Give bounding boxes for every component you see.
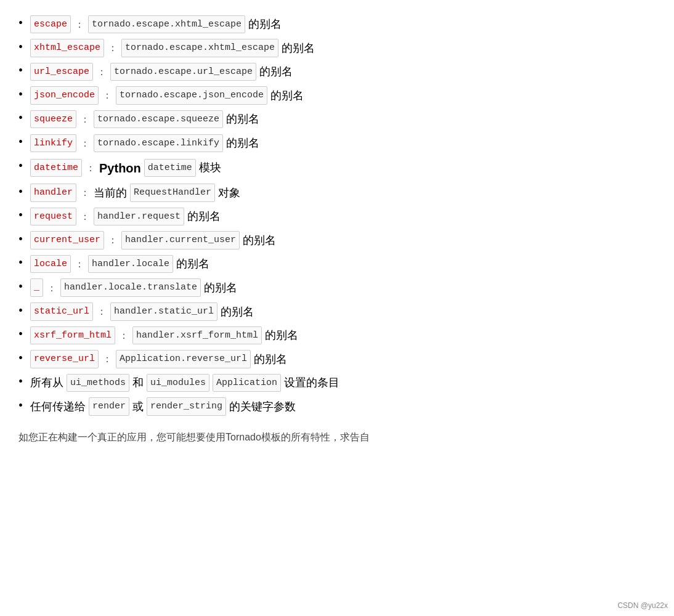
bullet: • <box>18 63 23 78</box>
list-item: • json_encode ： tornado.escape.json_enco… <box>18 84 656 108</box>
text-python: Python <box>99 158 141 179</box>
suffix-text: 的别名 <box>254 350 287 369</box>
bullet: • <box>18 208 23 222</box>
suffix-text: 的别名 <box>176 254 209 274</box>
text-keyword-args: 的关键字参数 <box>229 397 296 416</box>
list-item: • url_escape ： tornado.escape.url_escape… <box>18 60 656 84</box>
code-render-string: render_string <box>147 397 226 416</box>
suffix-text: 的别名 <box>282 39 315 58</box>
code-tornado-linkify: tornado.escape.linkify <box>94 134 223 153</box>
code-escape: escape <box>30 15 71 34</box>
text-current: 当前的 <box>94 184 127 203</box>
bullet: • <box>18 135 23 149</box>
code-request-handler: RequestHandler <box>130 184 215 202</box>
code-tornado-xhtml: tornado.escape.xhtml_escape <box>121 39 278 57</box>
list-item: • _ ： handler.locale.translate 的别名 <box>18 276 656 300</box>
code-handler-locale: handler.locale <box>88 255 173 274</box>
main-list: • escape ： tornado.escape.xhtml_escape 的… <box>18 12 656 419</box>
colon: ： <box>47 280 57 296</box>
suffix-text: 模块 <box>199 158 221 177</box>
colon: ： <box>75 256 84 272</box>
bullet: • <box>18 399 23 413</box>
bullet: • <box>18 280 23 294</box>
colon: ： <box>80 208 90 225</box>
code-handler: handler <box>30 184 76 202</box>
list-item-ui-methods: • 所有从 ui_methods 和 ui_modules Applicatio… <box>18 371 656 395</box>
list-item: • xsrf_form_html ： handler.xsrf_form_htm… <box>18 323 656 347</box>
suffix-text: 对象 <box>218 184 240 203</box>
code-ui-modules: ui_modules <box>147 374 209 392</box>
list-item: • static_url ： handler.static_url 的别名 <box>18 300 656 324</box>
code-handler-request: handler.request <box>94 208 184 226</box>
bullet: • <box>18 185 23 199</box>
bullet: • <box>18 16 23 30</box>
colon: ： <box>102 351 112 367</box>
colon: ： <box>75 16 84 33</box>
suffix-text: 的别名 <box>270 86 304 105</box>
list-item: • datetime ： Python datetime 模块 <box>18 155 656 181</box>
code-tornado-squeeze: tornado.escape.squeeze <box>94 110 223 129</box>
list-item: • handler ： 当前的 RequestHandler 对象 <box>18 181 656 205</box>
text-or: 或 <box>132 397 144 416</box>
colon: ： <box>80 111 90 128</box>
bullet: • <box>18 327 23 341</box>
list-item: • reverse_url ： Application.reverse_url … <box>18 347 656 371</box>
bullet: • <box>18 87 23 102</box>
code-request: request <box>30 208 76 226</box>
code-datetime-module: datetime <box>144 159 196 177</box>
bullet: • <box>18 111 23 125</box>
suffix-text: 的别名 <box>226 134 259 153</box>
suffix-text: 的别名 <box>259 62 293 81</box>
suffix-text: 的别名 <box>221 302 254 322</box>
watermark: CSDN @yu22x <box>617 601 668 610</box>
code-url-escape: url_escape <box>30 63 93 81</box>
code-tornado-url: tornado.escape.url_escape <box>110 63 256 81</box>
list-item-render: • 任何传递给 render 或 render_string 的关键字参数 <box>18 395 656 419</box>
list-item: • locale ： handler.locale 的别名 <box>18 252 656 276</box>
code-tornado-json: tornado.escape.json_encode <box>116 86 267 105</box>
code-current-user: current_user <box>30 231 104 249</box>
suffix-text: 的别名 <box>248 15 282 34</box>
bullet: • <box>18 159 23 173</box>
bottom-note: 如您正在构建一个真正的应用，您可能想要使用Tornado模板的所有特性，求告自 <box>18 431 656 444</box>
colon: ： <box>102 87 112 103</box>
code-application-reverse-url: Application.reverse_url <box>116 350 251 368</box>
code-xsrf-form-html: xsrf_form_html <box>30 326 115 345</box>
text-any-passed: 任何传递给 <box>30 397 86 416</box>
code-render: render <box>89 397 129 416</box>
bullet: • <box>18 375 23 389</box>
suffix-text: 的别名 <box>243 231 276 250</box>
code-json-encode: json_encode <box>30 86 99 105</box>
suffix-text: 的别名 <box>187 207 221 226</box>
text-all-from: 所有从 <box>30 373 63 392</box>
bullet: • <box>18 40 23 54</box>
colon: ： <box>108 232 118 248</box>
text-setting-entries: 设置的条目 <box>284 373 339 392</box>
colon: ： <box>119 327 129 344</box>
code-ui-methods: ui_methods <box>67 374 129 392</box>
code-squeeze: squeeze <box>30 110 76 129</box>
suffix-text: 的别名 <box>226 110 259 129</box>
colon: ： <box>108 39 118 56</box>
bullet: • <box>18 256 23 270</box>
bullet: • <box>18 304 23 318</box>
suffix-text: 的别名 <box>204 278 237 298</box>
list-item: • linkify ： tornado.escape.linkify 的别名 <box>18 131 656 155</box>
list-item: • current_user ： handler.current_user 的别… <box>18 229 656 253</box>
code-application: Application <box>213 374 281 392</box>
colon: ： <box>97 63 107 80</box>
colon: ： <box>86 160 95 176</box>
list-item: • xhtml_escape ： tornado.escape.xhtml_es… <box>18 36 656 60</box>
colon: ： <box>80 135 90 152</box>
code-xhtml-escape: xhtml_escape <box>30 39 104 57</box>
code-handler-xsrf-form-html: handler.xsrf_form_html <box>132 326 262 345</box>
bullet: • <box>18 351 23 365</box>
code-linkify: linkify <box>30 134 76 153</box>
code-locale: locale <box>30 255 71 274</box>
code-reverse-url: reverse_url <box>30 350 99 368</box>
code-tornado-escape-xhtml: tornado.escape.xhtml_escape <box>88 15 245 34</box>
code-static-url: static_url <box>30 302 93 321</box>
colon: ： <box>97 303 107 320</box>
code-handler-locale-translate: handler.locale.translate <box>60 278 201 297</box>
colon: ： <box>80 184 90 201</box>
